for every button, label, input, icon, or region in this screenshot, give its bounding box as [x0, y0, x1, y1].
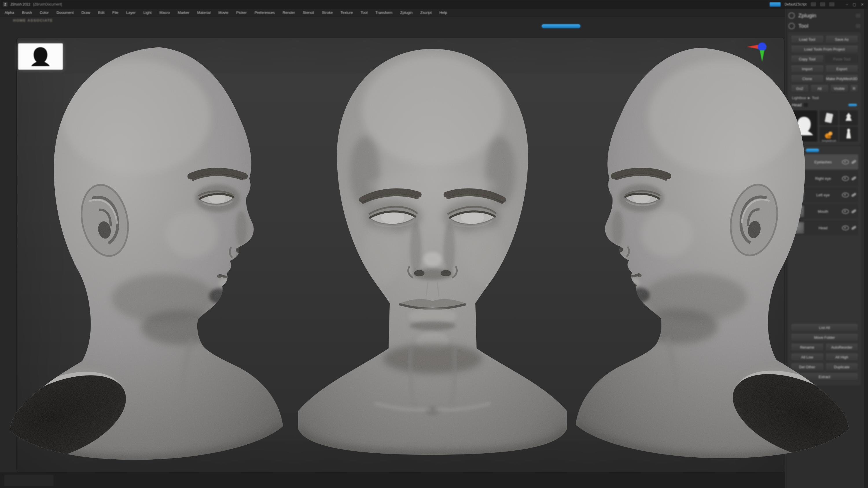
- reference-thumbnail[interactable]: [18, 43, 63, 70]
- menu-material[interactable]: Material: [197, 10, 211, 15]
- subtool-buttons: List AllMove FolderRenameAutoReorderAll …: [791, 324, 858, 381]
- axis-gizmo-icon[interactable]: [746, 40, 770, 62]
- menu-stroke[interactable]: Stroke: [322, 10, 333, 15]
- menu-document[interactable]: Document: [56, 10, 73, 15]
- menu-stencil[interactable]: Stencil: [303, 10, 314, 15]
- recent-tool-simplebrush[interactable]: SimpleBrush: [820, 127, 838, 142]
- menu-zscript[interactable]: Zscript: [421, 10, 432, 15]
- zscript-button-label[interactable]: DefaultZScript: [785, 2, 807, 6]
- make-polymesh3d-button[interactable]: Make PolyMesh3D: [826, 74, 859, 83]
- right-tray-divider[interactable]: [864, 9, 868, 488]
- zbrush-window: Z ZBrush 2022 [ZBrushDocument] DefaultZS…: [0, 0, 868, 488]
- polypaint-brush-icon[interactable]: [851, 176, 857, 181]
- document-canvas[interactable]: [17, 38, 784, 473]
- menu-render[interactable]: Render: [283, 10, 295, 15]
- menu-macro[interactable]: Macro: [159, 10, 170, 15]
- current-tool-row[interactable]: Head: [791, 101, 858, 109]
- recent-tool-statue[interactable]: [839, 127, 858, 142]
- menu-help[interactable]: Help: [439, 10, 447, 15]
- move-folder-button[interactable]: Move Folder: [791, 333, 858, 341]
- subtool-row-right-eye[interactable]: Right eye: [791, 171, 858, 186]
- document-title: [ZBrushDocument]: [33, 2, 62, 6]
- menu-tool[interactable]: Tool: [361, 10, 368, 15]
- visibility-eye-icon[interactable]: [842, 226, 849, 230]
- help-icon[interactable]: [811, 2, 816, 6]
- goz-visible-button[interactable]: Visible: [830, 85, 848, 93]
- right-tray: Zplugin Tool Load Tool Save As Load Tool…: [785, 9, 864, 488]
- all-high-button[interactable]: All High: [826, 353, 859, 361]
- rename-button[interactable]: Rename: [791, 343, 824, 351]
- menu-edit[interactable]: Edit: [98, 10, 104, 15]
- import-button[interactable]: Import: [791, 65, 824, 73]
- clone-button[interactable]: Clone: [791, 74, 824, 83]
- menu-draw[interactable]: Draw: [82, 10, 90, 15]
- visibility-eye-icon[interactable]: [842, 176, 849, 181]
- section-geometry[interactable]: Geometry: [793, 391, 864, 396]
- menu-transform[interactable]: Transform: [375, 10, 392, 15]
- config-icon[interactable]: [829, 2, 834, 6]
- menu-marker[interactable]: Marker: [178, 10, 189, 15]
- subtool-name: Eyelashes: [806, 160, 840, 164]
- bottom-tray-handle[interactable]: [4, 475, 54, 486]
- visibility-eye-icon[interactable]: [842, 160, 849, 164]
- section-arraymesh[interactable]: ArrayMesh: [793, 401, 864, 406]
- menu-light[interactable]: Light: [144, 10, 152, 15]
- zscript-play-button[interactable]: [770, 2, 781, 7]
- subtool-name: Right eye: [806, 176, 840, 181]
- visibility-eye-icon[interactable]: [842, 193, 849, 197]
- tool-dock-icon[interactable]: [856, 24, 861, 28]
- autoreorder-button[interactable]: AutoReorder: [826, 343, 859, 351]
- menu-picker[interactable]: Picker: [237, 10, 247, 15]
- export-button[interactable]: Export: [826, 65, 859, 73]
- subtool-thumbnail: [793, 222, 804, 234]
- subtool-row-head[interactable]: Head: [791, 220, 858, 235]
- shelf-slider[interactable]: [541, 24, 580, 28]
- r-toggle-button[interactable]: R: [850, 85, 858, 93]
- polypaint-brush-icon[interactable]: [851, 160, 857, 164]
- subtool-row-left-eye[interactable]: Left eye: [791, 187, 858, 202]
- lightbox-tool-link[interactable]: Lightbox ► Tool: [791, 94, 858, 101]
- menu-color[interactable]: Color: [40, 10, 49, 15]
- palette-header-zplugin[interactable]: Zplugin: [785, 10, 864, 21]
- subtool-slider[interactable]: [806, 149, 819, 152]
- load-tools-from-project-button[interactable]: Load Tools From Project: [791, 45, 858, 53]
- subtool-row-mouth[interactable]: Mouth: [791, 204, 858, 219]
- section-morph-target[interactable]: Morph Target: [793, 422, 864, 427]
- menu-preferences[interactable]: Preferences: [255, 10, 275, 15]
- zplugin-dock-icon[interactable]: [856, 13, 861, 18]
- extract-button[interactable]: Extract: [791, 372, 858, 381]
- list-all-button[interactable]: List All: [791, 324, 858, 332]
- goz-button[interactable]: GoZ: [791, 85, 809, 93]
- thumbnail-scroll-indicator[interactable]: [848, 104, 857, 106]
- menu-zplugin[interactable]: Zplugin: [400, 10, 412, 15]
- menu-layer[interactable]: Layer: [126, 10, 136, 15]
- shelf-tab-label[interactable]: HOME ASSOCIATE: [13, 18, 53, 23]
- visibility-eye-icon[interactable]: [842, 209, 849, 214]
- maximize-icon[interactable]: ▢: [852, 2, 856, 7]
- recent-tool-plane3d[interactable]: [820, 110, 838, 126]
- duplicate-button[interactable]: Duplicate: [826, 363, 859, 371]
- polypaint-brush-icon[interactable]: [851, 209, 857, 214]
- polypaint-brush-icon[interactable]: [851, 226, 857, 230]
- menu-movie[interactable]: Movie: [218, 10, 228, 15]
- section-nanomesh[interactable]: NanoMesh: [793, 412, 864, 417]
- menu-file[interactable]: File: [112, 10, 118, 15]
- palette-icon[interactable]: [820, 2, 825, 6]
- paste-tool-button[interactable]: Paste Tool: [826, 55, 859, 63]
- menu-brush[interactable]: Brush: [22, 10, 32, 15]
- menu-texture[interactable]: Texture: [341, 10, 353, 15]
- close-icon[interactable]: ✕: [861, 2, 864, 7]
- recent-tool-statue-small[interactable]: [839, 110, 858, 126]
- save-as-button[interactable]: Save As: [826, 35, 859, 43]
- load-tool-button[interactable]: Load Tool: [791, 35, 824, 43]
- subtool-row-eyelashes[interactable]: Eyelashes: [791, 154, 858, 169]
- goz-all-button[interactable]: All: [810, 85, 828, 93]
- all-low-button[interactable]: All Low: [791, 353, 824, 361]
- polypaint-brush-icon[interactable]: [851, 193, 857, 197]
- minimize-icon[interactable]: –: [846, 2, 848, 7]
- del-other-button[interactable]: Del Other: [791, 363, 824, 371]
- copy-tool-button[interactable]: Copy Tool: [791, 55, 824, 63]
- menu-alpha[interactable]: Alpha: [5, 10, 14, 15]
- palette-header-tool[interactable]: Tool: [785, 21, 864, 31]
- active-tool-thumbnail[interactable]: [791, 110, 817, 142]
